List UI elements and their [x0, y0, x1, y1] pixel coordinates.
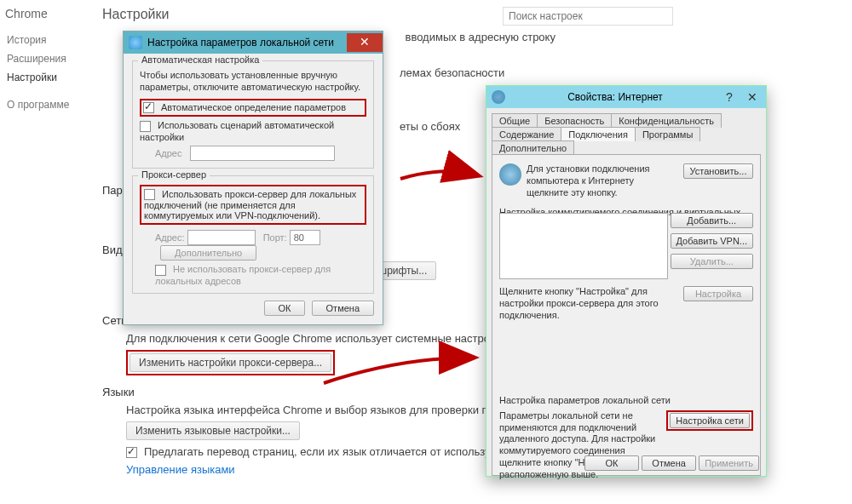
internet-icon	[492, 90, 505, 104]
sidebar-item-history[interactable]: История	[5, 31, 99, 49]
bg-text: еты о сбоях	[400, 120, 460, 133]
tab-privacy[interactable]: Конфиденциальность	[611, 113, 722, 128]
lan-section-title: Настройка параметров локальной сети	[499, 395, 753, 407]
lan-ok-button[interactable]: ОК	[264, 301, 306, 316]
proxy-port-input	[290, 230, 320, 245]
page-title: Настройки	[102, 7, 843, 22]
auto-detect-checkbox[interactable]	[143, 102, 154, 113]
setup-text: Для установки подключения компьютера к И…	[527, 163, 678, 198]
proxy-address-input	[187, 230, 256, 245]
lan-settings-dialog: Настройка параметров локальной сети ✕ Ав…	[123, 31, 383, 325]
sidebar-item-extensions[interactable]: Расширения	[5, 49, 99, 68]
inet-apply-button: Применить	[699, 455, 759, 471]
auto-config-text: Чтобы использовать установленные вручную…	[140, 70, 366, 94]
tab-connections[interactable]: Подключения	[561, 127, 636, 141]
proxy-advanced-button: Дополнительно	[160, 245, 256, 261]
change-language-button[interactable]: Изменить языковые настройки...	[126, 421, 300, 440]
sidebar-item-settings[interactable]: Настройки	[5, 68, 99, 87]
bypass-local-label: Не использовать прокси-сервер для локаль…	[155, 264, 331, 286]
delete-button: Удалить...	[671, 254, 753, 269]
use-proxy-checkbox[interactable]	[144, 189, 155, 200]
tab-security[interactable]: Безопасность	[537, 113, 612, 128]
bg-text: вводимых в адресную строку	[406, 31, 556, 43]
change-proxy-button[interactable]: Изменить настройки прокси-сервера...	[130, 353, 331, 372]
internet-properties-dialog: Свойства: Интернет ? ✕ Общие Безопасност…	[486, 85, 767, 477]
close-button[interactable]: ✕	[347, 33, 383, 52]
inet-cancel-button[interactable]: Отмена	[642, 455, 696, 471]
tab-advanced[interactable]: Дополнительно	[492, 140, 574, 155]
inet-title-text: Свойства: Интернет	[510, 91, 720, 103]
settings-text: Щелкните кнопку "Настройка" для настройк…	[499, 286, 676, 321]
globe-icon	[499, 163, 521, 186]
auto-config-group: Автоматическая настройка	[138, 54, 262, 65]
setup-button[interactable]: Установить...	[683, 163, 753, 179]
add-button[interactable]: Добавить...	[671, 213, 753, 228]
brand: Chrome	[5, 7, 99, 20]
script-address-label: Адрес	[155, 148, 182, 158]
proxy-port-label: Порт:	[263, 232, 287, 243]
tab-programs[interactable]: Программы	[635, 127, 700, 141]
proxy-group: Прокси-сервер	[138, 169, 210, 180]
script-address-input	[190, 146, 335, 161]
close-button[interactable]: ✕	[739, 90, 766, 104]
add-vpn-button[interactable]: Добавить VPN...	[671, 233, 753, 249]
sidebar-item-about[interactable]: О программе	[5, 95, 99, 114]
use-proxy-label: Использовать прокси-сервер для локальных…	[144, 189, 356, 221]
manage-languages-link[interactable]: Управление языками	[126, 463, 235, 476]
auto-detect-label: Автоматическое определение параметров	[161, 102, 346, 112]
connections-listbox[interactable]	[499, 213, 668, 279]
use-script-checkbox[interactable]	[140, 121, 151, 132]
tab-content[interactable]: Содержание	[492, 127, 561, 141]
help-button[interactable]: ?	[720, 90, 739, 104]
inet-ok-button[interactable]: ОК	[584, 455, 639, 471]
inet-titlebar[interactable]: Свойства: Интернет ? ✕	[486, 86, 766, 108]
use-script-label: Использовать сценарий автоматической нас…	[140, 120, 334, 142]
tab-general[interactable]: Общие	[492, 113, 538, 128]
proxy-address-label: Адрес:	[155, 232, 185, 243]
bypass-local-checkbox	[155, 265, 166, 276]
lan-cancel-button[interactable]: Отмена	[312, 301, 374, 316]
lan-titlebar[interactable]: Настройка параметров локальной сети ✕	[124, 32, 383, 54]
bg-text: лемах безопасности	[400, 66, 504, 79]
lan-settings-button[interactable]: Настройка сети	[670, 413, 750, 428]
lan-title-text: Настройка параметров локальной сети	[147, 37, 347, 49]
sidebar: Chrome История Расширения Настройки О пр…	[5, 7, 99, 114]
suggest-translate-checkbox[interactable]	[126, 447, 137, 458]
conn-settings-button: Настройка	[683, 286, 753, 301]
lan-icon	[129, 36, 142, 49]
